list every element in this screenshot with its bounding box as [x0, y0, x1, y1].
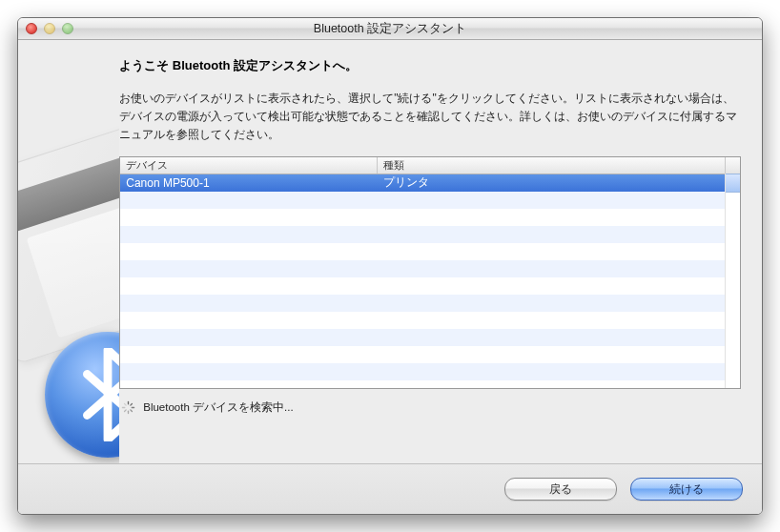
page-heading: ようこそ Bluetooth 設定アシスタントへ。 [119, 57, 741, 74]
column-header-device[interactable]: デバイス [120, 157, 378, 174]
svg-line-5 [125, 409, 127, 411]
status-text: Bluetooth デバイスを検索中... [143, 400, 293, 415]
device-rows: Canon MP500-1プリンタ [120, 174, 740, 388]
traffic-lights [18, 23, 73, 34]
window-title: Bluetooth 設定アシスタント [18, 21, 762, 37]
zoom-window-button [62, 23, 73, 34]
svg-line-1 [131, 403, 133, 405]
button-bar: 戻る 続ける [18, 463, 762, 514]
table-row [120, 277, 740, 295]
spinner-icon [121, 400, 135, 415]
table-row [120, 363, 740, 380]
device-name-cell: Canon MP500-1 [120, 176, 378, 190]
table-row [120, 243, 740, 260]
instructions-text: お使いのデバイスがリストに表示されたら、選択して"続ける"をクリックしてください… [119, 90, 741, 145]
table-row [120, 226, 740, 243]
device-type-cell: プリンタ [378, 174, 740, 191]
header-corner [725, 157, 740, 174]
bluetooth-icon [45, 332, 119, 458]
svg-line-7 [125, 403, 127, 405]
window-titlebar[interactable]: Bluetooth 設定アシスタント [18, 18, 762, 40]
table-row [120, 312, 740, 329]
continue-button[interactable]: 続ける [630, 478, 743, 501]
svg-line-3 [131, 409, 133, 411]
column-header-type[interactable]: 種類 [378, 157, 725, 174]
table-row [120, 329, 740, 346]
table-row [120, 346, 740, 363]
table-row [120, 209, 740, 226]
bluetooth-setup-assistant-window: Bluetooth 設定アシスタント [17, 17, 763, 515]
table-row [120, 260, 740, 277]
table-row[interactable]: Canon MP500-1プリンタ [120, 174, 740, 192]
window-body: ようこそ Bluetooth 設定アシスタントへ。 お使いのデバイスがリストに表… [18, 40, 762, 514]
main-panel: ようこそ Bluetooth 設定アシスタントへ。 お使いのデバイスがリストに表… [119, 40, 762, 463]
minimize-window-button [44, 23, 55, 34]
scrollbar[interactable] [725, 174, 740, 388]
scrollbar-thumb[interactable] [726, 174, 740, 193]
content-area: ようこそ Bluetooth 設定アシスタントへ。 お使いのデバイスがリストに表… [18, 40, 762, 463]
device-table: デバイス 種類 Canon MP500-1プリンタ [119, 156, 741, 389]
table-row [120, 192, 740, 209]
keyboard-illustration [18, 98, 119, 364]
close-window-button[interactable] [26, 23, 37, 34]
back-button[interactable]: 戻る [504, 478, 617, 501]
status-row: Bluetooth デバイスを検索中... [119, 400, 741, 415]
device-table-header: デバイス 種類 [120, 157, 740, 174]
sidebar-illustration [18, 40, 119, 463]
table-row [120, 295, 740, 312]
